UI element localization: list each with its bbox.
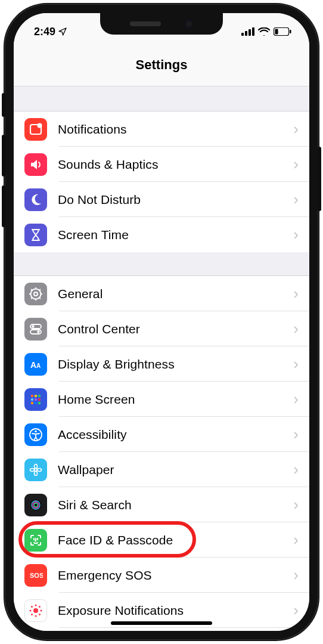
aa-icon: AA <box>24 353 47 376</box>
svg-rect-32 <box>35 402 37 404</box>
svg-rect-6 <box>275 29 278 35</box>
grid-icon <box>24 388 47 411</box>
settings-row-label: Emergency SOS <box>58 568 288 583</box>
chevron-right-icon: › <box>293 601 299 620</box>
settings-row-label: Do Not Disturb <box>58 193 288 207</box>
volume-up-button <box>2 135 5 177</box>
svg-point-52 <box>41 609 42 611</box>
settings-row-controlcenter[interactable]: Control Center › <box>14 311 309 346</box>
settings-row-homescreen[interactable]: Home Screen › <box>14 382 309 417</box>
settings-row-siri[interactable]: Siri & Search › <box>14 487 309 522</box>
volume-down-button <box>2 185 5 227</box>
wifi-icon <box>258 27 270 36</box>
settings-row-faceid[interactable]: Face ID & Passcode › <box>14 522 309 558</box>
toggles-icon <box>24 318 47 340</box>
svg-text:SOS: SOS <box>30 572 43 579</box>
svg-point-54 <box>39 614 41 615</box>
notch <box>100 13 223 35</box>
status-left: 2:49 <box>34 20 67 38</box>
settings-row-label: Wallpaper <box>58 463 288 477</box>
svg-point-41 <box>30 500 41 510</box>
svg-point-38 <box>35 471 38 475</box>
settings-row-notifications[interactable]: Notifications › <box>14 112 309 147</box>
status-right <box>241 21 291 36</box>
chevron-right-icon: › <box>293 155 299 174</box>
settings-row-label: Sounds & Haptics <box>58 157 288 172</box>
settings-row-label: Exposure Notifications <box>58 603 288 618</box>
settings-row-display[interactable]: AA Display & Brightness › <box>14 346 309 382</box>
front-camera <box>185 20 193 28</box>
chevron-right-icon: › <box>293 496 299 514</box>
settings-row-screentime[interactable]: Screen Time › <box>14 217 309 252</box>
svg-line-18 <box>39 289 41 290</box>
chevron-right-icon: › <box>293 284 299 303</box>
group-separator <box>14 252 309 276</box>
svg-rect-27 <box>38 395 41 397</box>
svg-rect-5 <box>290 30 291 33</box>
settings-row-label: Control Center <box>58 322 288 336</box>
svg-point-10 <box>34 292 38 296</box>
settings-row-label: Home Screen <box>58 392 288 407</box>
chevron-right-icon: › <box>293 225 299 244</box>
settings-row-label: Face ID & Passcode <box>58 533 288 547</box>
location-arrow-icon <box>58 27 67 36</box>
settings-row-general[interactable]: General › <box>14 276 309 311</box>
settings-row-sounds[interactable]: Sounds & Haptics › <box>14 147 309 182</box>
settings-row-label: Siri & Search <box>58 498 288 512</box>
phone-frame: 2:49 <box>4 4 319 640</box>
gear-icon <box>24 283 47 305</box>
svg-rect-31 <box>31 402 33 404</box>
svg-point-40 <box>38 468 42 471</box>
moon-icon <box>24 188 47 211</box>
svg-point-20 <box>32 325 34 327</box>
chevron-right-icon: › <box>293 566 299 584</box>
svg-line-17 <box>31 298 32 299</box>
svg-rect-2 <box>249 29 251 36</box>
svg-rect-1 <box>245 31 247 36</box>
page-title: Settings <box>14 44 309 86</box>
svg-point-8 <box>38 123 42 128</box>
chevron-right-icon: › <box>293 320 299 338</box>
settings-row-label: General <box>58 287 288 301</box>
svg-point-55 <box>31 614 33 615</box>
svg-line-16 <box>39 298 41 299</box>
svg-rect-28 <box>31 398 33 401</box>
svg-point-37 <box>35 464 38 468</box>
svg-rect-33 <box>38 402 41 404</box>
svg-rect-25 <box>31 395 33 397</box>
group-separator <box>14 86 309 112</box>
settings-row-label: Notifications <box>58 122 288 137</box>
chevron-right-icon: › <box>293 120 299 138</box>
svg-point-35 <box>35 430 37 432</box>
svg-rect-30 <box>38 398 41 401</box>
svg-point-9 <box>31 289 41 299</box>
settings-row-dnd[interactable]: Do Not Disturb › <box>14 182 309 217</box>
svg-point-49 <box>35 604 37 606</box>
speaker-grille <box>130 21 161 26</box>
settings-row-sos[interactable]: SOS Emergency SOS › <box>14 558 309 593</box>
notifications-icon <box>24 118 47 141</box>
svg-point-22 <box>37 330 39 333</box>
svg-rect-29 <box>35 398 37 401</box>
flower-icon <box>24 459 47 481</box>
mute-switch <box>2 93 5 117</box>
settings-row-wallpaper[interactable]: Wallpaper › <box>14 452 309 487</box>
home-indicator[interactable] <box>111 621 212 625</box>
svg-rect-0 <box>241 33 244 36</box>
chevron-right-icon: › <box>293 460 299 479</box>
status-time: 2:49 <box>34 26 55 38</box>
hourglass-icon <box>24 224 47 246</box>
chevron-right-icon: › <box>293 190 299 209</box>
chevron-right-icon: › <box>293 531 299 549</box>
faceid-icon <box>24 529 47 552</box>
settings-row-label: Screen Time <box>58 228 288 242</box>
settings-row-accessibility[interactable]: Accessibility › <box>14 417 309 452</box>
settings-row-battery[interactable]: Battery › <box>14 628 309 631</box>
svg-point-53 <box>31 606 33 608</box>
svg-point-48 <box>33 608 38 613</box>
svg-rect-3 <box>252 27 254 36</box>
exposure-icon <box>24 599 47 622</box>
settings-group-2: General › Control Center › AA Display & … <box>14 276 309 631</box>
settings-group-1: Notifications › Sounds & Haptics › Do No… <box>14 112 309 252</box>
svg-text:A: A <box>30 360 36 370</box>
